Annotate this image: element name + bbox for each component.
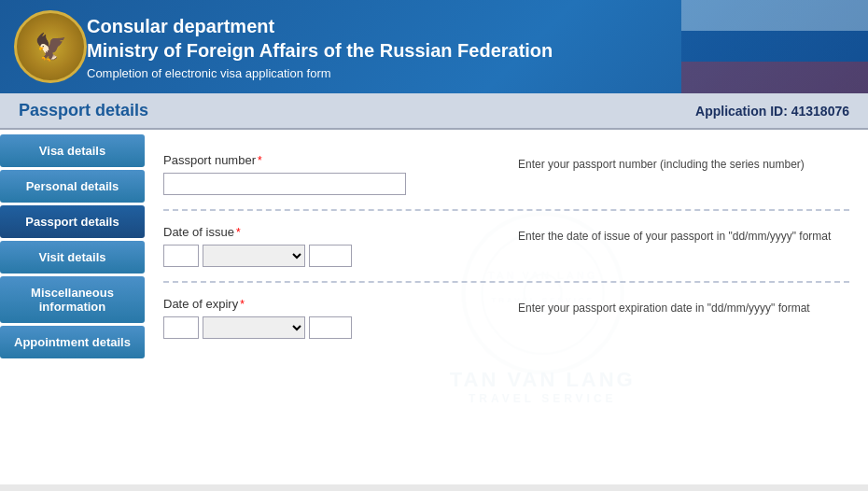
- passport-number-row: Passport number* Enter your passport num…: [163, 139, 849, 211]
- date-of-issue-hint: Enter the date of issue of your passport…: [518, 225, 849, 243]
- date-of-issue-inputs: JanuaryFebruaryMarch AprilMayJune JulyAu…: [163, 245, 518, 267]
- application-id: Application ID: 41318076: [695, 104, 849, 119]
- date-of-expiry-month[interactable]: JanuaryFebruaryMarch AprilMayJune JulyAu…: [203, 316, 305, 339]
- page-title: Passport details: [19, 101, 148, 120]
- date-of-issue-year[interactable]: [309, 245, 352, 267]
- main-layout: Visa details Personal details Passport d…: [0, 130, 868, 484]
- sidebar-item-personal-details[interactable]: Personal details: [0, 170, 145, 203]
- date-of-expiry-label: Date of expiry*: [163, 297, 518, 311]
- passport-number-input[interactable]: [163, 173, 406, 195]
- subheader: Passport details Application ID: 4131807…: [0, 93, 868, 130]
- date-of-issue-month[interactable]: JanuaryFebruaryMarch AprilMayJune JulyAu…: [203, 245, 305, 267]
- app-id-label: Application ID:: [695, 104, 788, 119]
- footer: Previous Save draft Next Cancel: [0, 484, 868, 491]
- date-of-expiry-hint: Enter your passport expiration date in "…: [518, 297, 849, 315]
- required-indicator-2: *: [236, 226, 241, 239]
- sidebar-item-miscellaneous[interactable]: Miscellaneous information: [0, 276, 145, 323]
- app-id-value: 41318076: [791, 104, 849, 119]
- date-of-expiry-left: Date of expiry* JanuaryFebruaryMarch Apr…: [163, 297, 518, 339]
- sidebar: Visa details Personal details Passport d…: [0, 130, 145, 484]
- passport-number-hint: Enter your passport number (including th…: [518, 153, 849, 171]
- date-of-expiry-year[interactable]: [309, 316, 352, 339]
- sidebar-item-appointment[interactable]: Appointment details: [0, 326, 145, 358]
- date-of-issue-row: Date of issue* JanuaryFebruaryMarch Apri…: [163, 211, 849, 283]
- sidebar-item-visa-details[interactable]: Visa details: [0, 134, 145, 167]
- header: 🦅 Consular department Ministry of Foreig…: [0, 0, 868, 93]
- sidebar-item-passport-details[interactable]: Passport details: [0, 205, 145, 238]
- date-of-issue-day[interactable]: [163, 245, 199, 267]
- date-of-issue-label: Date of issue*: [163, 225, 518, 239]
- date-of-issue-left: Date of issue* JanuaryFebruaryMarch Apri…: [163, 225, 518, 267]
- flag-decoration: [681, 0, 868, 93]
- logo: 🦅: [14, 10, 87, 83]
- required-indicator: *: [258, 154, 262, 167]
- required-indicator-3: *: [240, 298, 245, 311]
- passport-number-left: Passport number*: [163, 153, 518, 195]
- date-of-expiry-inputs: JanuaryFebruaryMarch AprilMayJune JulyAu…: [163, 316, 518, 339]
- sidebar-item-visit-details[interactable]: Visit details: [0, 241, 145, 274]
- date-of-expiry-day[interactable]: [163, 316, 199, 339]
- passport-number-label: Passport number*: [163, 153, 518, 167]
- form-content: TAN VAN LANG TRAVEL SERVICE TAN VAN LANG…: [145, 130, 868, 484]
- date-of-expiry-row: Date of expiry* JanuaryFebruaryMarch Apr…: [163, 283, 849, 353]
